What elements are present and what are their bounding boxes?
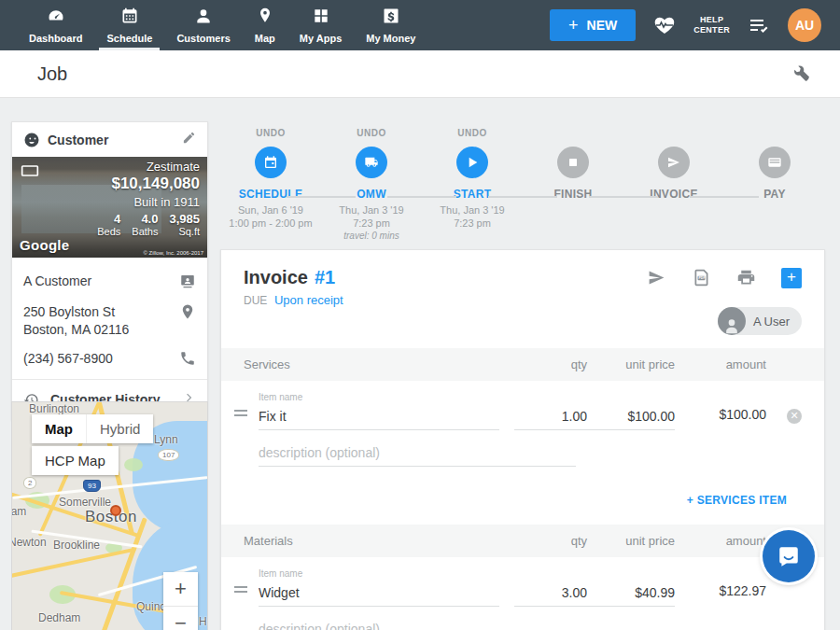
user-avatar[interactable]: AU bbox=[788, 8, 821, 42]
item-name-input[interactable] bbox=[259, 583, 499, 607]
remove-item-button[interactable]: ✕ bbox=[787, 409, 802, 424]
description-input[interactable] bbox=[259, 443, 576, 467]
undo-link[interactable]: UNDO bbox=[220, 128, 321, 140]
calendar-icon bbox=[120, 7, 139, 29]
unit-price-input[interactable] bbox=[587, 583, 675, 607]
route-shield: 2 bbox=[23, 477, 36, 489]
unit-price-input[interactable] bbox=[587, 407, 675, 430]
service-item-row: Item name $100.00 ✕ bbox=[221, 381, 824, 430]
step-omw-button[interactable] bbox=[356, 147, 387, 178]
street-view-icon[interactable] bbox=[21, 164, 39, 181]
column-unit-price: unit price bbox=[587, 357, 675, 371]
map-button-hybrid[interactable]: Hybrid bbox=[86, 414, 153, 443]
nav-tab-dashboard[interactable]: Dashboard bbox=[17, 0, 94, 50]
undo-link[interactable]: UNDO bbox=[422, 128, 523, 140]
map-button-hcp[interactable]: HCP Map bbox=[32, 446, 119, 475]
step-connector bbox=[690, 196, 759, 198]
interstate-shield: 93 bbox=[83, 480, 101, 492]
qty-input[interactable] bbox=[514, 407, 587, 430]
send-invoice-icon[interactable] bbox=[647, 268, 666, 287]
task-list-icon[interactable] bbox=[748, 14, 770, 36]
nav-tab-my-apps[interactable]: My Apps bbox=[287, 0, 354, 50]
map-label: Burlington bbox=[29, 402, 79, 415]
description-input[interactable] bbox=[259, 620, 576, 630]
top-navigation: Dashboard Schedule Customers Map My Apps… bbox=[0, 0, 840, 50]
contact-card-icon[interactable] bbox=[179, 273, 196, 292]
item-name-label: Item name bbox=[259, 568, 499, 579]
map-pin-icon bbox=[256, 7, 274, 29]
add-services-item-link[interactable]: + SERVICES ITEM bbox=[687, 494, 787, 507]
step-connector bbox=[589, 196, 658, 198]
stat-baths: 4.0 Baths bbox=[132, 212, 158, 237]
print-icon[interactable] bbox=[736, 268, 756, 287]
item-name-field: Item name bbox=[259, 392, 499, 430]
map-marker[interactable] bbox=[110, 505, 121, 516]
services-section-header: Services qty unit price amount bbox=[221, 348, 824, 381]
map-button-map[interactable]: Map bbox=[32, 414, 86, 443]
nav-tab-my-money[interactable]: My Money bbox=[354, 0, 427, 50]
drag-handle[interactable] bbox=[234, 583, 259, 607]
drag-handle[interactable] bbox=[234, 407, 259, 430]
step-finish-button[interactable] bbox=[557, 147, 589, 178]
phone-icon[interactable] bbox=[179, 350, 196, 370]
step-connector bbox=[387, 196, 456, 198]
qty-input[interactable] bbox=[514, 583, 587, 607]
nav-right: + NEW HELP CENTER AU bbox=[550, 0, 840, 50]
invoice-number[interactable]: #1 bbox=[315, 267, 335, 288]
map-type-buttons: Map Hybrid bbox=[32, 414, 153, 443]
map-zoom-controls: + − bbox=[163, 572, 198, 630]
zoom-in-button[interactable]: + bbox=[163, 572, 198, 606]
invoice-card: Invoice #1 PDF + DUE Upon receipt A User bbox=[220, 249, 825, 630]
map-label: Hi bbox=[199, 615, 208, 628]
undo-link[interactable]: UNDO bbox=[321, 128, 422, 140]
help-center-link[interactable]: HELP CENTER bbox=[693, 15, 730, 35]
assignee-chip[interactable]: A User bbox=[718, 307, 802, 335]
step-start-button[interactable] bbox=[456, 147, 488, 178]
zestimate-label: Zestimate bbox=[97, 160, 200, 174]
chat-widget-button[interactable] bbox=[763, 530, 815, 582]
step-schedule-button[interactable] bbox=[255, 147, 287, 178]
job-tools-icon[interactable] bbox=[791, 62, 812, 86]
section-name: Services bbox=[244, 357, 514, 371]
map-label: Newton bbox=[11, 536, 47, 549]
due-row: DUE Upon receipt bbox=[244, 293, 802, 307]
calendar-icon bbox=[263, 155, 278, 170]
step-pay-button[interactable] bbox=[759, 147, 791, 178]
step-label: FINISH bbox=[523, 188, 623, 201]
column-qty: qty bbox=[514, 534, 587, 548]
pdf-icon[interactable]: PDF bbox=[692, 268, 711, 287]
map-road bbox=[11, 547, 136, 578]
zoom-out-button[interactable]: − bbox=[163, 606, 198, 630]
material-item-row: Item name $122.97 bbox=[221, 557, 824, 607]
gauge-icon bbox=[47, 7, 65, 29]
nav-tab-customers[interactable]: Customers bbox=[164, 0, 242, 50]
customer-card: Customer Zestimate $10,149,080 Built in … bbox=[11, 121, 208, 420]
step-finish: FINISH bbox=[523, 128, 623, 241]
due-terms-link[interactable]: Upon receipt bbox=[274, 293, 343, 307]
step-dates: Thu, Jan 3 '19 7:23 pm bbox=[422, 203, 523, 230]
description-row bbox=[221, 607, 824, 630]
play-icon bbox=[465, 155, 480, 170]
step-label: OMW bbox=[321, 188, 422, 201]
step-label: START bbox=[422, 188, 523, 201]
property-photo: Zestimate $10,149,080 Built in 1911 4 Be… bbox=[12, 157, 207, 258]
add-invoice-item-button[interactable]: + bbox=[781, 268, 802, 288]
nav-tab-schedule[interactable]: Schedule bbox=[94, 0, 164, 50]
customer-name: A Customer bbox=[23, 273, 91, 290]
nav-tab-map[interactable]: Map bbox=[243, 0, 287, 50]
step-invoice-button[interactable] bbox=[658, 147, 690, 178]
step-label: INVOICE bbox=[623, 188, 724, 201]
new-button[interactable]: + NEW bbox=[550, 9, 636, 41]
plus-icon: + bbox=[568, 16, 579, 35]
item-name-field: Item name bbox=[259, 568, 499, 607]
item-name-input[interactable] bbox=[259, 407, 499, 430]
unit-price-field bbox=[587, 583, 675, 607]
step-dates: Thu, Jan 3 '19 7:23 pm bbox=[321, 203, 422, 230]
send-icon bbox=[666, 155, 681, 170]
travel-time: travel: 0 mins bbox=[321, 231, 422, 241]
stat-sqft: 3,985 Sq.ft bbox=[169, 212, 200, 237]
location-pin-icon[interactable] bbox=[179, 303, 196, 323]
edit-pencil-icon[interactable] bbox=[182, 131, 196, 148]
dollar-icon bbox=[382, 7, 400, 29]
health-heart-icon[interactable] bbox=[653, 14, 676, 36]
